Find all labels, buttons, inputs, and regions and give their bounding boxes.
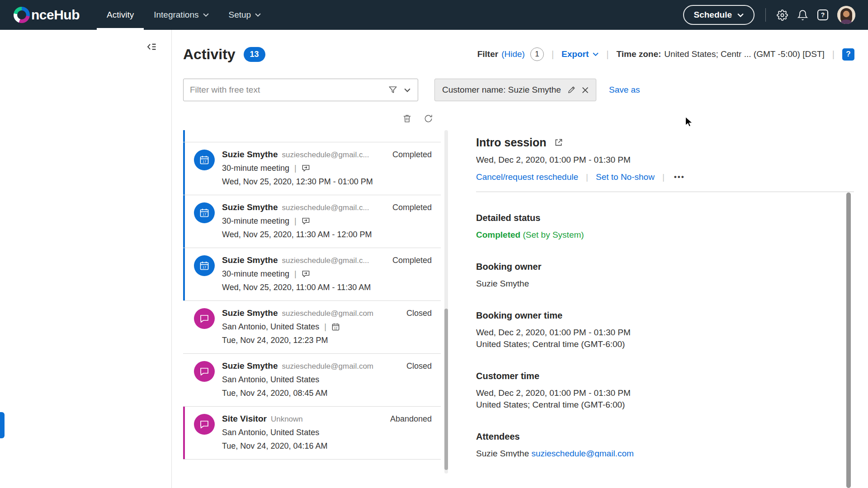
export-button[interactable]: Export	[561, 49, 599, 59]
activity-list-item[interactable]: Suzie Smythe suzieschedule@gmail.com Clo…	[183, 300, 441, 353]
chat-forward-icon[interactable]	[302, 217, 310, 225]
main-content: Activity 13 Filter (Hide) 1 Export Time …	[172, 30, 868, 488]
more-options-button[interactable]: •••	[672, 172, 687, 183]
activity-list-item[interactable]: 17 Suzie Smythe suzieschedule@gmail.c...…	[183, 248, 441, 300]
customer-name: Suzie Smythe	[222, 361, 278, 371]
activity-list-item[interactable]: 17 Suzie Smythe suzieschedule@gmail.c...…	[183, 195, 441, 248]
customer-email: suzieschedule@gmail.com	[282, 309, 373, 318]
activity-date: Tue, Nov 24, 2020, 08:45 AM	[222, 389, 432, 398]
booking-owner-heading: Booking owner	[476, 261, 854, 272]
attendee-row: Suzie Smythe suzieschedule@gmail.com	[476, 448, 854, 457]
left-sidebar	[0, 30, 172, 488]
attendee-name: Suzie Smythe	[476, 449, 529, 457]
chevron-down-icon	[203, 13, 209, 17]
applied-filter-count[interactable]: 1	[530, 47, 544, 61]
oncehub-logo[interactable]: nceHub	[14, 0, 80, 30]
timezone-label: Time zone:	[616, 49, 661, 59]
detailed-status-value: Completed (Set by System)	[476, 229, 854, 241]
refresh-button[interactable]	[422, 113, 434, 125]
customer-name: Suzie Smythe	[222, 202, 278, 212]
activity-description: 30-minute meeting	[222, 269, 289, 279]
customer-time-heading: Customer time	[476, 371, 854, 381]
customer-email: suzieschedule@gmail.c...	[282, 150, 369, 160]
delete-button[interactable]	[401, 113, 413, 125]
activity-list-item[interactable]: Suzie Smythe suzieschedule@gmail.com Clo…	[183, 353, 441, 406]
svg-text:17: 17	[203, 160, 206, 164]
customer-email: suzieschedule@gmail.c...	[282, 203, 369, 212]
filter-chip-customer-name[interactable]: Customer name: Suzie Smythe	[434, 79, 596, 101]
help-icon[interactable]	[817, 9, 828, 20]
activity-date: Tue, Nov 24, 2020, 12:23 PM	[222, 336, 432, 345]
sidebar-collapse-button[interactable]	[145, 40, 159, 54]
bell-icon[interactable]	[797, 9, 808, 21]
detail-section-attendees: Attendees Suzie Smythe suzieschedule@gma…	[476, 431, 854, 457]
chat-icon	[194, 361, 215, 382]
help-icon[interactable]	[842, 48, 854, 61]
activity-list-item[interactable]: 17 Suzie Smythe suzieschedule@gmail.c...…	[183, 142, 441, 195]
nav-item-integrations[interactable]: Integrations	[144, 0, 218, 30]
open-in-new-icon[interactable]	[554, 138, 563, 147]
gear-icon[interactable]	[777, 9, 788, 21]
customer-name: Suzie Smythe	[222, 150, 278, 160]
set-noshow-link[interactable]: Set to No-show	[596, 172, 655, 182]
cancel-reschedule-link[interactable]: Cancel/request reschedule	[476, 172, 578, 182]
status-label: Abandoned	[386, 414, 432, 424]
status-accent-bar	[183, 301, 185, 353]
chat-forward-icon[interactable]	[302, 270, 310, 278]
nav-item-activity[interactable]: Activity	[97, 0, 144, 30]
detail-title: Intro session	[476, 136, 547, 149]
booking-detail-panel: Intro session Wed, Dec 2, 2020, 01:00 PM…	[476, 110, 854, 457]
status-accent-bar	[183, 142, 185, 195]
filter-hide-link[interactable]: (Hide)	[501, 49, 525, 59]
list-scrollbar[interactable]	[444, 130, 448, 474]
customer-email: suzieschedule@gmail.com	[282, 362, 373, 371]
oncehub-logo-icon	[14, 7, 30, 23]
avatar-photo	[837, 6, 855, 24]
activity-list-item-partial[interactable]	[183, 130, 441, 142]
chevron-down-icon[interactable]	[404, 88, 410, 92]
close-icon[interactable]	[582, 87, 589, 94]
page-title: Activity	[183, 46, 236, 63]
status-accent-bar	[183, 248, 185, 300]
save-as-link[interactable]: Save as	[609, 85, 640, 95]
detail-scrollbar[interactable]	[846, 192, 851, 488]
activity-list-pane: 17 Suzie Smythe suzieschedule@gmail.c...…	[183, 110, 441, 488]
left-edge-blue-tab[interactable]	[0, 412, 5, 438]
chat-forward-icon[interactable]	[302, 164, 310, 173]
separator	[294, 216, 297, 226]
list-scrollbar-thumb[interactable]	[444, 309, 448, 470]
chevron-down-icon	[593, 52, 599, 56]
svg-text:17: 17	[203, 265, 206, 269]
separator	[552, 49, 554, 60]
status-label: Completed	[388, 150, 432, 160]
collapse-panel-icon	[146, 41, 158, 53]
chat-icon	[194, 414, 215, 435]
svg-text:12: 12	[334, 327, 338, 330]
timezone-selector[interactable]: Time zone: United States; Centr ... (GMT…	[616, 49, 824, 59]
activity-list-item[interactable]: Site Visitor Unknown Abandoned San Anton…	[183, 406, 441, 460]
main-nav: Activity Integrations Setup	[97, 0, 271, 30]
avatar[interactable]	[837, 6, 855, 24]
booking-owner-value: Suzie Smythe	[476, 278, 854, 290]
pencil-icon[interactable]	[567, 86, 576, 94]
activity-description: San Antonio, United States	[222, 375, 319, 385]
brand-text: nceHub	[31, 7, 80, 23]
detailed-status-heading: Detailed status	[476, 212, 854, 223]
attendee-email-link[interactable]: suzieschedule@gmail.com	[532, 449, 634, 457]
activity-date: Tue, Nov 24, 2020, 04:16 AM	[222, 441, 432, 451]
activity-list: 17 Suzie Smythe suzieschedule@gmail.c...…	[183, 130, 441, 488]
calendar-12-icon[interactable]: 12	[331, 323, 340, 331]
schedule-button[interactable]: Schedule	[683, 5, 755, 25]
free-text-filter	[183, 79, 418, 101]
booking-owner-time-value: Wed, Dec 2, 2020, 01:00 PM - 01:30 PM Un…	[476, 327, 854, 350]
free-text-filter-input[interactable]	[184, 85, 381, 95]
nav-item-setup[interactable]: Setup	[219, 0, 271, 30]
activity-description: San Antonio, United States	[222, 428, 319, 437]
funnel-icon[interactable]	[388, 85, 398, 95]
navbar-divider	[765, 8, 766, 22]
status-label: Closed	[402, 309, 432, 318]
detail-section-booking-owner: Booking owner Suzie Smythe	[476, 261, 854, 290]
customer-email: Unknown	[271, 415, 303, 424]
activity-date: Wed, Nov 25, 2020, 11:30 AM - 12:00 PM	[222, 230, 432, 239]
status-accent-bar	[183, 130, 185, 142]
